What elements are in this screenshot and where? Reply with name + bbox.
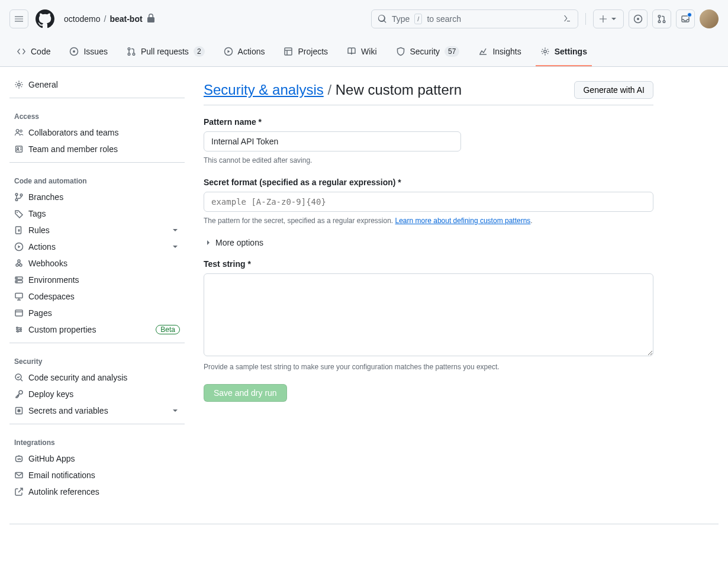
tab-code[interactable]: Code — [12, 38, 55, 66]
svg-point-1 — [637, 18, 639, 20]
create-new-button[interactable] — [593, 9, 624, 28]
play-icon — [14, 242, 24, 251]
sidebar-heading-security: Security — [9, 348, 185, 369]
sidebar-item-label: Collaborators and teams — [28, 128, 119, 137]
tab-issues[interactable]: Issues — [65, 38, 112, 66]
tab-pull-requests[interactable]: Pull requests 2 — [122, 38, 210, 66]
sidebar-heading-integrations: Integrations — [9, 429, 185, 450]
sidebar-item-collaborators[interactable]: Collaborators and teams — [9, 124, 185, 141]
svg-point-3 — [658, 21, 661, 23]
chevron-down-icon — [170, 406, 180, 415]
sidebar-item-code-security[interactable]: Code security and analysis — [9, 369, 185, 386]
sidebar-item-rules[interactable]: Rules — [9, 222, 185, 238]
svg-point-24 — [16, 264, 18, 266]
svg-point-20 — [20, 194, 22, 196]
generate-with-ai-button[interactable]: Generate with AI — [574, 81, 653, 99]
breadcrumb: octodemo / beat-bot — [64, 14, 156, 25]
svg-point-15 — [20, 130, 22, 133]
svg-rect-11 — [285, 48, 292, 55]
sidebar-item-label: Tags — [28, 209, 46, 218]
sidebar-item-label: GitHub Apps — [28, 454, 75, 463]
pull-requests-icon-button[interactable] — [652, 9, 671, 28]
gear-icon — [14, 80, 24, 89]
notification-dot-icon — [687, 12, 692, 17]
breadcrumb-separator: / — [104, 14, 106, 24]
search-prefix: Type — [392, 14, 410, 24]
tab-actions[interactable]: Actions — [219, 38, 270, 66]
notifications-button[interactable] — [676, 9, 695, 28]
sidebar-item-label: Autolink references — [28, 487, 99, 496]
pulls-count-badge: 2 — [194, 46, 205, 57]
repo-link[interactable]: beat-bot — [109, 14, 142, 24]
search-input[interactable]: Type / to search — [371, 9, 578, 28]
sidebar-item-environments[interactable]: Environments — [9, 272, 185, 288]
save-and-dry-run-button[interactable]: Save and dry run — [204, 384, 287, 402]
svg-point-12 — [543, 50, 546, 53]
sidebar-item-secrets-variables[interactable]: Secrets and variables — [9, 402, 185, 419]
more-options-label: More options — [215, 238, 263, 247]
tab-projects-label: Projects — [298, 43, 328, 60]
owner-link[interactable]: octodemo — [64, 14, 100, 24]
sidebar-item-label: Actions — [28, 242, 56, 251]
tab-pulls-label: Pull requests — [141, 43, 189, 60]
sidebar-item-custom-properties[interactable]: Custom properties Beta — [9, 321, 185, 338]
tab-actions-label: Actions — [238, 43, 265, 60]
people-icon — [14, 128, 24, 137]
chevron-down-icon — [170, 225, 180, 235]
svg-point-13 — [18, 83, 20, 86]
learn-more-link[interactable]: Learn more about defining custom pattern… — [395, 217, 531, 225]
search-icon — [378, 14, 387, 24]
svg-point-14 — [16, 130, 19, 133]
svg-point-21 — [17, 212, 18, 213]
command-palette-icon[interactable] — [562, 14, 572, 25]
pattern-name-input[interactable] — [204, 131, 461, 151]
sidebar-item-label: Secrets and variables — [28, 406, 108, 415]
avatar[interactable] — [700, 9, 719, 28]
sidebar-item-team-roles[interactable]: Team and member roles — [9, 141, 185, 157]
svg-point-19 — [15, 199, 18, 201]
test-string-textarea[interactable] — [204, 273, 653, 356]
secret-format-input[interactable] — [204, 192, 653, 212]
sidebar-item-label: Webhooks — [28, 259, 67, 268]
svg-point-8 — [128, 53, 130, 56]
link-external-icon — [14, 487, 24, 496]
tab-insights[interactable]: Insights — [473, 38, 526, 66]
breadcrumb-sep: / — [327, 82, 335, 98]
sidebar-item-github-apps[interactable]: GitHub Apps — [9, 450, 185, 467]
sidebar-item-codespaces[interactable]: Codespaces — [9, 288, 185, 305]
tab-insights-label: Insights — [492, 43, 521, 60]
sidebar-item-autolink[interactable]: Autolink references — [9, 483, 185, 500]
hamburger-menu-button[interactable] — [9, 9, 28, 28]
tab-security[interactable]: Security 57 — [391, 38, 465, 66]
page-title-text: New custom pattern — [336, 82, 462, 98]
sliders-icon — [14, 325, 24, 334]
search-suffix: to search — [427, 14, 461, 24]
github-logo-icon[interactable] — [36, 9, 54, 28]
sidebar-item-actions[interactable]: Actions — [9, 238, 185, 255]
breadcrumb-link[interactable]: Security & analysis — [204, 82, 324, 98]
settings-sidebar: General Access Collaborators and teams T… — [0, 67, 189, 509]
id-badge-icon — [14, 144, 24, 154]
tab-wiki[interactable]: Wiki — [342, 38, 381, 66]
svg-rect-32 — [15, 310, 22, 316]
issues-icon-button[interactable] — [629, 9, 648, 28]
test-string-label: Test string * — [204, 259, 653, 269]
sidebar-item-email-notifications[interactable]: Email notifications — [9, 467, 185, 483]
sidebar-item-deploy-keys[interactable]: Deploy keys — [9, 386, 185, 402]
sidebar-item-label: Codespaces — [28, 292, 75, 301]
tab-settings[interactable]: Settings — [536, 38, 592, 66]
sidebar-item-tags[interactable]: Tags — [9, 205, 185, 222]
server-icon — [14, 275, 24, 285]
secret-format-label: Secret format (specified as a regular ex… — [204, 178, 653, 187]
sidebar-item-branches[interactable]: Branches — [9, 189, 185, 205]
more-options-toggle[interactable]: More options — [204, 238, 653, 247]
svg-point-18 — [15, 194, 18, 196]
footer-divider — [9, 524, 719, 524]
tab-projects[interactable]: Projects — [279, 38, 333, 66]
pattern-name-label: Pattern name * — [204, 117, 653, 127]
key-icon — [14, 389, 24, 399]
sidebar-item-general[interactable]: General — [9, 76, 185, 93]
sidebar-item-webhooks[interactable]: Webhooks — [9, 255, 185, 272]
sidebar-item-pages[interactable]: Pages — [9, 305, 185, 321]
security-count-badge: 57 — [444, 46, 459, 57]
